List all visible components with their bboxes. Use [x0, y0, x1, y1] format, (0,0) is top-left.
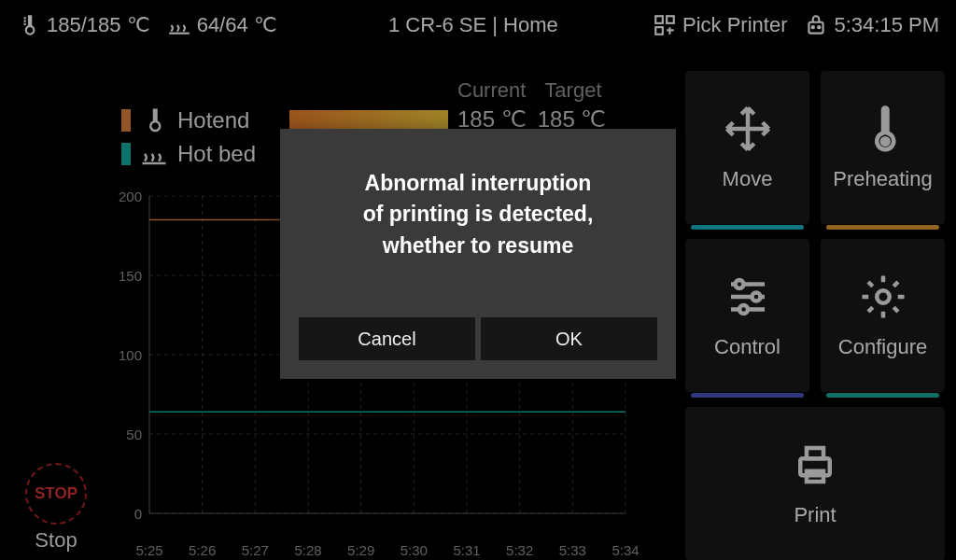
modal-ok-button[interactable]: OK	[481, 317, 657, 360]
modal-message: Abnormal interruption of printing is det…	[363, 168, 594, 261]
resume-print-modal: Abnormal interruption of printing is det…	[280, 129, 676, 379]
modal-cancel-button[interactable]: Cancel	[299, 317, 475, 360]
